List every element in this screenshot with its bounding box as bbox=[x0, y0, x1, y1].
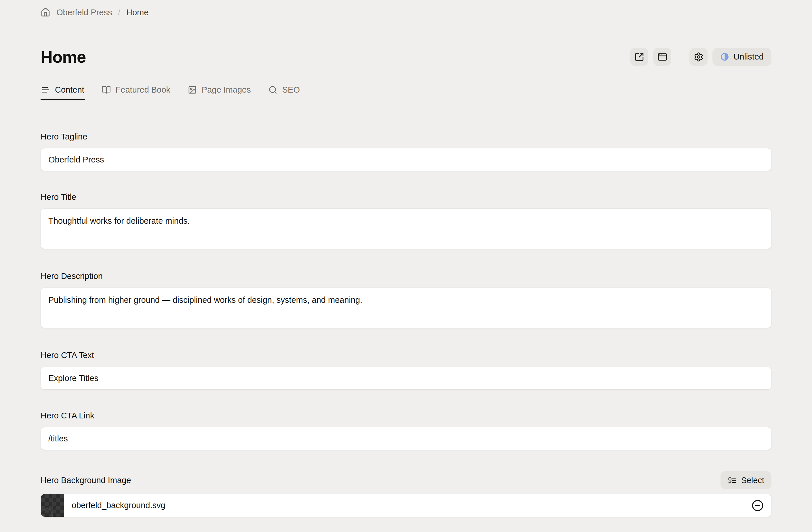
field-hero-description: Hero Description Publishing from higher … bbox=[41, 271, 771, 329]
tab-label: Page Images bbox=[202, 85, 251, 94]
page-header: Home bbox=[41, 47, 771, 66]
remove-image-button[interactable] bbox=[751, 498, 765, 513]
field-hero-cta-link: Hero CTA Link bbox=[41, 411, 771, 450]
select-button-label: Select bbox=[741, 476, 764, 485]
field-label: Hero Tagline bbox=[41, 132, 771, 142]
status-label: Unlisted bbox=[734, 52, 764, 61]
tab-featured-book[interactable]: Featured Book bbox=[101, 77, 171, 100]
field-label: Hero Description bbox=[41, 271, 771, 281]
tab-page-images[interactable]: Page Images bbox=[187, 77, 251, 100]
half-circle-icon bbox=[720, 52, 729, 61]
page-title: Home bbox=[41, 47, 86, 66]
image-file-name: oberfeld_background.svg bbox=[72, 501, 165, 510]
hero-cta-text-input[interactable] bbox=[41, 367, 771, 390]
breadcrumb-separator: / bbox=[118, 8, 120, 17]
gear-icon bbox=[694, 52, 704, 62]
external-link-icon bbox=[635, 52, 644, 62]
tab-content[interactable]: Content bbox=[41, 77, 85, 100]
app-window-icon bbox=[657, 52, 667, 62]
hero-tagline-input[interactable] bbox=[41, 148, 771, 171]
book-open-icon bbox=[102, 85, 111, 94]
tab-label: Featured Book bbox=[116, 85, 170, 94]
editor-page: Oberfeld Press / Home Home bbox=[41, 0, 771, 517]
text-lines-icon bbox=[41, 85, 50, 94]
field-label: Hero CTA Text bbox=[41, 351, 771, 360]
selected-image-row: oberfeld_background.svg bbox=[41, 494, 771, 517]
tab-bar: Content Featured Book Page Images bbox=[41, 77, 771, 100]
field-hero-title: Hero Title Thoughtful works for delibera… bbox=[41, 192, 771, 250]
hero-cta-link-input[interactable] bbox=[41, 427, 771, 450]
field-hero-tagline: Hero Tagline bbox=[41, 132, 771, 171]
image-icon bbox=[188, 85, 197, 94]
field-label: Hero Title bbox=[41, 192, 771, 202]
field-label: Hero CTA Link bbox=[41, 411, 771, 420]
list-todo-icon bbox=[728, 476, 737, 485]
circle-minus-icon bbox=[752, 500, 764, 512]
preview-window-button[interactable] bbox=[653, 48, 671, 66]
tab-label: SEO bbox=[282, 85, 300, 94]
home-icon[interactable] bbox=[41, 8, 50, 17]
image-thumbnail[interactable] bbox=[41, 494, 64, 517]
content-form: Hero Tagline Hero Title Thoughtful works… bbox=[41, 132, 771, 517]
hero-description-textarea[interactable]: Publishing from higher ground — discipli… bbox=[41, 287, 771, 328]
select-image-button[interactable]: Select bbox=[721, 471, 771, 489]
visibility-status-button[interactable]: Unlisted bbox=[712, 48, 771, 66]
open-external-button[interactable] bbox=[630, 48, 648, 66]
breadcrumb: Oberfeld Press / Home bbox=[41, 0, 771, 17]
tab-label: Content bbox=[55, 85, 84, 94]
settings-button[interactable] bbox=[690, 48, 708, 66]
field-hero-background-image: Hero Background Image Select bbox=[41, 471, 771, 517]
field-hero-cta-text: Hero CTA Text bbox=[41, 351, 771, 390]
image-field-label-row: Hero Background Image Select bbox=[41, 471, 771, 489]
field-label: Hero Background Image bbox=[41, 476, 131, 485]
search-icon bbox=[269, 85, 277, 94]
tab-seo[interactable]: SEO bbox=[268, 77, 300, 100]
breadcrumb-item-site[interactable]: Oberfeld Press bbox=[56, 8, 112, 17]
hero-title-textarea[interactable]: Thoughtful works for deliberate minds. bbox=[41, 208, 771, 249]
breadcrumb-item-page[interactable]: Home bbox=[126, 8, 148, 17]
header-actions: Unlisted bbox=[630, 48, 771, 66]
